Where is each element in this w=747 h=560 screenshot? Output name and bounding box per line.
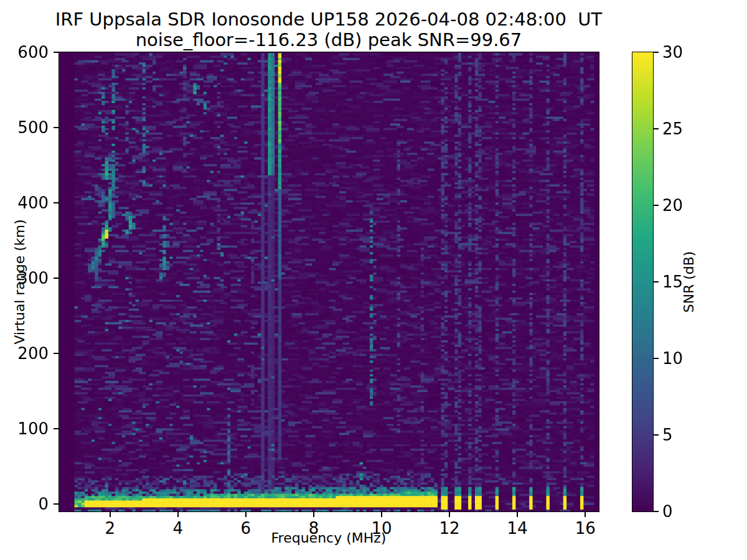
x-tick-label: 2 xyxy=(105,520,116,536)
x-tick-label: 8 xyxy=(309,520,319,536)
y-tick xyxy=(54,52,59,53)
colorbar-tick-label: 30 xyxy=(662,44,683,60)
y-tick xyxy=(54,503,59,505)
colorbar-tick-label: 5 xyxy=(662,427,673,443)
x-tick xyxy=(313,512,314,517)
y-tick-label: 400 xyxy=(5,195,49,211)
y-tick xyxy=(54,428,59,429)
ionogram-figure: IRF Uppsala SDR Ionosonde UP158 2026-04-… xyxy=(0,0,747,560)
y-tick-label: 500 xyxy=(5,119,49,136)
colorbar-tick-label: 20 xyxy=(662,197,683,213)
colorbar-tick xyxy=(654,128,659,129)
x-tick xyxy=(381,512,382,517)
colorbar-label: SNR (dB) xyxy=(681,251,697,313)
colorbar-tick-label: 10 xyxy=(662,350,683,366)
colorbar-tick xyxy=(654,511,659,512)
ionogram-heatmap-canvas xyxy=(59,52,599,511)
y-tick xyxy=(54,127,59,128)
x-tick xyxy=(110,512,111,517)
y-tick-label: 300 xyxy=(5,270,49,286)
colorbar-tick xyxy=(654,434,659,436)
colorbar-tick xyxy=(654,358,659,359)
y-tick-label: 600 xyxy=(5,44,49,60)
x-tick-label: 16 xyxy=(575,520,596,536)
figure-title: IRF Uppsala SDR Ionosonde UP158 2026-04-… xyxy=(55,9,602,30)
colorbar-tick xyxy=(654,205,659,206)
x-tick-label: 4 xyxy=(173,520,184,536)
y-tick xyxy=(54,353,59,354)
x-tick-label: 6 xyxy=(241,520,251,536)
x-tick-label: 14 xyxy=(507,520,528,536)
x-tick-label: 12 xyxy=(439,520,460,536)
x-tick xyxy=(585,512,586,517)
y-tick xyxy=(54,278,59,279)
colorbar-tick-label: 0 xyxy=(662,503,673,520)
colorbar-tick xyxy=(654,52,659,53)
figure-subtitle: noise_floor=-116.23 (dB) peak SNR=99.67 xyxy=(136,29,522,50)
y-tick xyxy=(54,202,59,203)
y-tick-label: 0 xyxy=(5,496,49,512)
x-tick-label: 10 xyxy=(371,520,392,536)
x-axis-label: Frequency (MHz) xyxy=(271,530,387,546)
x-tick xyxy=(449,512,450,517)
x-tick xyxy=(177,512,179,517)
colorbar-tick-label: 25 xyxy=(662,121,683,137)
x-tick xyxy=(245,512,247,517)
y-tick-label: 100 xyxy=(5,421,49,437)
colorbar-canvas xyxy=(632,52,653,511)
colorbar-tick-label: 15 xyxy=(662,274,683,290)
colorbar-tick xyxy=(654,281,659,282)
y-tick-label: 200 xyxy=(5,345,49,362)
x-tick xyxy=(517,512,518,517)
